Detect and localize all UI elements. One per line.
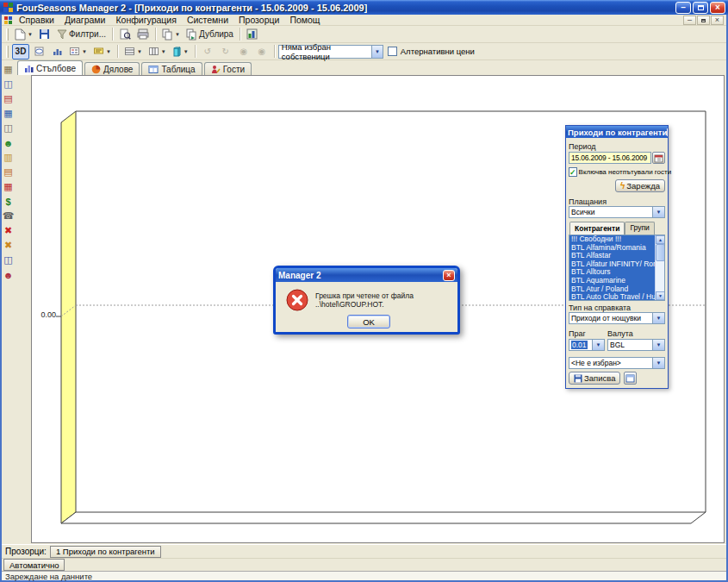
load-button[interactable]: ϟ Зарежда	[615, 179, 665, 192]
legend-button[interactable]: ▼	[66, 44, 90, 59]
toolbar-grip[interactable]	[6, 46, 9, 58]
print-preview-button[interactable]	[116, 27, 134, 42]
panel-close-button[interactable]: ×	[667, 128, 668, 137]
chevron-down-icon[interactable]: ▼	[371, 46, 383, 58]
contractor-list-item[interactable]: BTL Atur / Poland	[569, 285, 655, 294]
chevron-down-icon[interactable]: ▼	[652, 340, 664, 350]
period-label: Период	[569, 142, 665, 151]
values-button[interactable]	[48, 44, 65, 59]
rooms-grid-icon[interactable]: ▦	[1, 62, 16, 77]
no-show-icon[interactable]: ✖	[1, 238, 16, 253]
contractor-list-item[interactable]: BTL Aquamarine	[569, 277, 655, 285]
period-value: 15.06.2009 - 15.06.2009	[571, 153, 647, 162]
restore-button[interactable]	[693, 2, 708, 14]
tab-bars[interactable]: Стълбове	[17, 60, 83, 75]
new-report-button[interactable]: ▼	[12, 27, 35, 42]
save-button[interactable]	[36, 27, 53, 42]
period-input[interactable]: 15.06.2009 - 15.06.2009	[569, 152, 651, 164]
guests-icon[interactable]: ☻	[1, 135, 16, 150]
contractor-list-item[interactable]: !!! Свободни !!!	[569, 235, 655, 244]
depth-right-button[interactable]: ◉	[253, 44, 271, 59]
alt-prices-checkbox[interactable]	[388, 47, 397, 56]
report-window-icon[interactable]: ◫	[1, 253, 16, 267]
list-scrollbar[interactable]: ▲ ▼	[655, 235, 664, 300]
chevron-down-icon[interactable]: ▼	[592, 340, 604, 350]
minimize-button[interactable]: –	[675, 2, 691, 14]
toolbar-separator	[240, 28, 240, 41]
template-combo[interactable]: <Не е избран> ▼	[569, 357, 665, 369]
toolbar-grip[interactable]	[6, 28, 9, 41]
contractor-list-item[interactable]: BTL Alfamina/Romania	[569, 244, 655, 253]
calendar-button[interactable]	[652, 152, 665, 164]
include-unchecked-guests-checkbox[interactable]: ✓	[569, 167, 577, 177]
chevron-down-icon[interactable]: ▼	[652, 207, 664, 217]
depth-left-button[interactable]: ◉	[235, 44, 252, 59]
rotate-chart-icon	[34, 46, 45, 57]
payments-icon[interactable]: $	[1, 194, 16, 209]
copy-button[interactable]: ▼	[159, 27, 183, 42]
axis-zero-label: 0.00	[35, 310, 56, 319]
print-button[interactable]	[134, 27, 152, 42]
scroll-up-button[interactable]: ▲	[656, 235, 665, 244]
ok-button[interactable]: OK	[347, 315, 390, 329]
table-view-button[interactable]	[624, 372, 637, 385]
windows-icon[interactable]: ◫	[1, 121, 16, 135]
currency-combo[interactable]: BGL ▼	[607, 339, 665, 351]
tab-groups[interactable]: Групи	[625, 222, 654, 235]
contractor-list-item[interactable]: BTL Alltours	[569, 268, 655, 277]
error-dialog-close-button[interactable]: ×	[443, 270, 455, 281]
calendar-icon[interactable]: ▦	[1, 106, 16, 121]
tab-pie[interactable]: Дялове	[84, 62, 140, 75]
rotate-ccw-button[interactable]: ↺	[199, 44, 216, 59]
menu-item[interactable]: Прозорци	[233, 15, 284, 26]
chevron-down-icon[interactable]: ▼	[652, 313, 664, 323]
menu-item[interactable]: Конфигурация	[110, 15, 181, 26]
duplicate-button[interactable]: Дублира	[184, 27, 236, 42]
chevron-down-icon[interactable]: ▼	[652, 358, 664, 368]
mdi-restore-button[interactable]	[697, 16, 710, 25]
vertical-grid-button[interactable]: ▼	[146, 44, 169, 59]
close-button[interactable]: ×	[710, 2, 725, 14]
tab-guests[interactable]: Гости	[204, 62, 252, 75]
payments-combo[interactable]: Всички ▼	[569, 206, 665, 218]
menu-item[interactable]: Системни	[182, 15, 233, 26]
scroll-down-button[interactable]: ▼	[656, 291, 665, 300]
menu-item[interactable]: Помощ	[284, 15, 325, 26]
filter-button[interactable]: Филтри...	[54, 27, 109, 42]
folder-icon[interactable]: ▥	[1, 150, 16, 165]
menu-item[interactable]: Диаграми	[59, 15, 110, 26]
mdi-minimize-button[interactable]: –	[683, 16, 696, 25]
series-style-button[interactable]: ▼	[170, 44, 191, 59]
phone-charges-icon[interactable]: ☎	[1, 209, 16, 223]
scroll-thumb[interactable]	[656, 244, 665, 261]
ledger-icon[interactable]: ▤	[1, 165, 16, 179]
tab-table[interactable]: Таблица	[141, 62, 202, 75]
marks-button[interactable]: ▼	[90, 44, 114, 59]
report-button[interactable]	[244, 27, 261, 42]
open-window-button[interactable]: 1 Приходи по контрагенти	[50, 546, 161, 558]
report-type-combo[interactable]: Приходи от нощувки ▼	[569, 312, 665, 324]
contractor-list-item[interactable]: BTL Alfatur INFINITY/ Romani	[569, 260, 655, 269]
rates-table-icon[interactable]: ▦	[1, 179, 16, 194]
rotate-cw-button[interactable]: ↻	[217, 44, 234, 59]
rotate-chart-button[interactable]	[30, 44, 47, 59]
contractors-listbox[interactable]: !!! Свободни !!!BTL Alfamina/RomaniaBTL …	[569, 235, 665, 301]
chart-window-icon[interactable]: ◫	[1, 77, 16, 91]
owners-combo[interactable]: Няма избран собственици ▼	[278, 45, 383, 59]
menu-item[interactable]: Справки	[14, 15, 59, 26]
automatic-button[interactable]: Автоматично	[3, 559, 65, 571]
mdi-close-button[interactable]: ×	[711, 16, 724, 25]
save-report-button[interactable]: Записва	[569, 372, 620, 385]
cancellations-icon[interactable]: ✖	[1, 223, 16, 238]
tab-contractors[interactable]: Контрагенти	[569, 222, 625, 235]
depth-left-icon: ◉	[240, 47, 247, 56]
series-bar-icon	[172, 46, 182, 57]
guest-stats-icon[interactable]: ☻	[1, 267, 16, 282]
horizontal-grid-button[interactable]: ▼	[121, 44, 145, 59]
3d-toggle-button[interactable]: 3D	[12, 44, 29, 59]
contractor-list-item[interactable]: BTL Auto Club Travel / Hunga	[569, 293, 655, 301]
occupancy-chart-icon[interactable]: ▤	[1, 91, 16, 106]
threshold-combo[interactable]: 0.01 ▼	[569, 339, 605, 351]
copy-icon	[162, 28, 173, 41]
contractor-list-item[interactable]: BTL Alfastar	[569, 252, 655, 260]
